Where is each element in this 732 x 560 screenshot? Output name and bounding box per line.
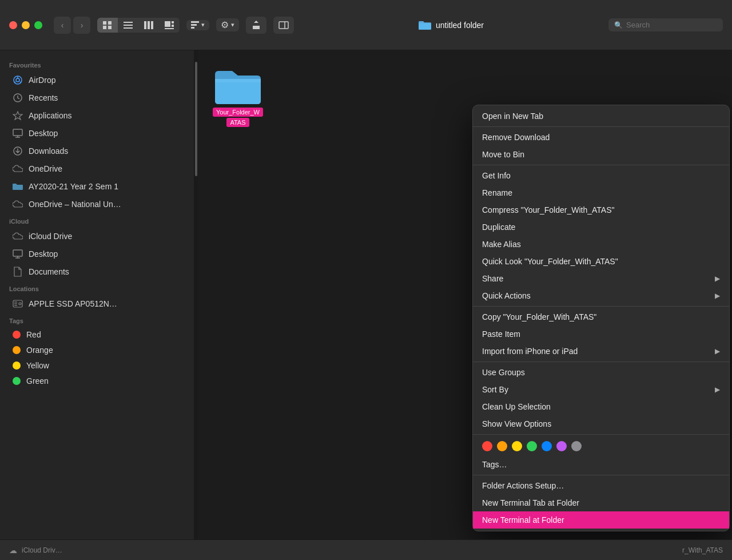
tag-color-blue[interactable] — [542, 441, 552, 451]
folder-icon-ay2020 — [13, 181, 23, 192]
svg-rect-8 — [148, 21, 150, 29]
list-view-button[interactable] — [118, 18, 138, 33]
tag-orange-dot — [13, 346, 21, 354]
share-arrow-icon: ▶ — [715, 275, 720, 283]
share-button[interactable] — [246, 17, 266, 34]
tag-color-yellow[interactable] — [512, 441, 522, 451]
sidebar-label-icloud-desktop: Desktop — [29, 249, 58, 259]
menu-item-quick-look[interactable]: Quick Look "Your_Folder_With_ATAS" — [473, 253, 729, 270]
menu-label-quick-look: Quick Look "Your_Folder_With_ATAS" — [482, 257, 618, 266]
sidebar-item-icloud-drive[interactable]: iCloud Drive — [3, 228, 190, 245]
ssd-icon — [13, 299, 23, 309]
sidebar-item-icloud-desktop[interactable]: Desktop — [3, 245, 190, 263]
tag-color-purple[interactable] — [556, 441, 567, 451]
menu-item-clean-up[interactable]: Clean Up Selection — [473, 398, 729, 415]
menu-item-copy[interactable]: Copy "Your_Folder_With_ATAS" — [473, 308, 729, 325]
sidebar-label-icloud-drive: iCloud Drive — [29, 232, 72, 241]
sidebar-item-apple-ssd[interactable]: APPLE SSD AP0512N… — [3, 295, 190, 312]
titlebar: ‹ › ▾ ⚙ — [0, 0, 732, 50]
menu-item-import-iphone[interactable]: Import from iPhone or iPad ▶ — [473, 343, 729, 360]
sidebar-item-applications[interactable]: Applications — [3, 107, 190, 124]
menu-label-open-new-tab: Open in New Tab — [482, 112, 543, 121]
tag-color-gray[interactable] — [571, 441, 582, 451]
sidebar-label-desktop: Desktop — [29, 129, 58, 138]
sidebar-label-airdrop: AirDrop — [29, 76, 55, 85]
menu-item-move-to-bin[interactable]: Move to Bin — [473, 146, 729, 163]
menu-item-open-new-tab[interactable]: Open in New Tab — [473, 108, 729, 125]
sidebar-item-documents[interactable]: Documents — [3, 263, 190, 280]
sidebar-item-airdrop[interactable]: AirDrop — [3, 72, 190, 89]
menu-label-move-to-bin: Move to Bin — [482, 150, 524, 159]
import-arrow-icon: ▶ — [715, 347, 720, 355]
column-view-button[interactable] — [138, 18, 159, 33]
minimize-button[interactable] — [22, 21, 30, 29]
svg-rect-0 — [103, 21, 106, 25]
menu-label-quick-actions: Quick Actions — [482, 291, 531, 300]
sidebar-item-onedrive[interactable]: OneDrive — [3, 160, 190, 177]
menu-item-compress[interactable]: Compress "Your_Folder_With_ATAS" — [473, 201, 729, 219]
icon-view-button[interactable] — [97, 18, 118, 33]
tag-color-red[interactable] — [482, 441, 492, 451]
sort-dropdown[interactable]: ▾ — [186, 20, 209, 30]
close-button[interactable] — [9, 21, 17, 29]
menu-label-show-view-options: Show View Options — [482, 419, 551, 428]
gallery-view-button[interactable] — [159, 18, 180, 33]
statusbar-folder-path: r_With_ATAS — [682, 546, 723, 554]
gear-dropdown[interactable]: ⚙ ▾ — [216, 18, 239, 31]
menu-item-remove-download[interactable]: Remove Download — [473, 129, 729, 146]
menu-item-new-terminal[interactable]: New Terminal at Folder — [473, 511, 729, 529]
svg-rect-2 — [103, 26, 106, 29]
forward-button[interactable]: › — [73, 17, 90, 34]
maximize-button[interactable] — [34, 21, 42, 29]
sidebar-item-downloads[interactable]: Downloads — [3, 142, 190, 160]
icloud-desktop-icon — [13, 249, 23, 259]
menu-label-make-alias: Make Alias — [482, 240, 521, 249]
menu-separator-6 — [473, 475, 729, 475]
sidebar-label-tag-orange: Orange — [26, 345, 53, 355]
menu-item-use-groups[interactable]: Use Groups — [473, 364, 729, 381]
menu-label-compress: Compress "Your_Folder_With_ATAS" — [482, 205, 614, 215]
menu-item-tags[interactable]: Tags… — [473, 456, 729, 473]
sidebar-item-tag-orange[interactable]: Orange — [3, 343, 190, 358]
sidebar-item-ay2020[interactable]: AY2020-21 Year 2 Sem 1 — [3, 178, 190, 195]
tag-color-green[interactable] — [527, 441, 537, 451]
menu-item-paste[interactable]: Paste Item — [473, 325, 729, 343]
sort-by-arrow-icon: ▶ — [715, 386, 720, 394]
svg-rect-17 — [279, 22, 288, 29]
menu-item-get-info[interactable]: Get Info — [473, 167, 729, 184]
tag-red-dot — [13, 331, 21, 339]
statusbar: ☁ iCloud Driv… r_With_ATAS — [0, 539, 732, 560]
menu-item-show-view-options[interactable]: Show View Options — [473, 415, 729, 432]
sidebar-item-tag-red[interactable]: Red — [3, 327, 190, 342]
menu-label-tags: Tags… — [482, 460, 507, 469]
menu-item-new-terminal-tab[interactable]: New Terminal Tab at Folder — [473, 494, 729, 511]
statusbar-text: iCloud Driv… — [22, 546, 62, 554]
menu-item-duplicate[interactable]: Duplicate — [473, 219, 729, 236]
back-button[interactable]: ‹ — [54, 17, 71, 34]
menu-item-share[interactable]: Share ▶ — [473, 270, 729, 287]
menu-label-duplicate: Duplicate — [482, 223, 515, 232]
menu-item-quick-actions[interactable]: Quick Actions ▶ — [473, 287, 729, 304]
tag-color-orange[interactable] — [497, 441, 507, 451]
sidebar-item-tag-yellow[interactable]: Yellow — [3, 358, 190, 373]
menu-label-use-groups: Use Groups — [482, 368, 525, 377]
search-box[interactable]: 🔍 — [608, 18, 723, 31]
sidebar-label-documents: Documents — [29, 267, 69, 276]
menu-item-sort-by[interactable]: Sort By ▶ — [473, 381, 729, 398]
sidebar-item-desktop[interactable]: Desktop — [3, 125, 190, 142]
menu-item-make-alias[interactable]: Make Alias — [473, 236, 729, 253]
menu-item-folder-actions[interactable]: Folder Actions Setup… — [473, 477, 729, 494]
preview-button[interactable] — [273, 17, 294, 34]
search-icon: 🔍 — [614, 21, 623, 29]
downloads-icon — [13, 146, 23, 156]
sidebar-item-onedrive-ntu[interactable]: OneDrive – National Un… — [3, 196, 190, 213]
menu-item-rename[interactable]: Rename — [473, 184, 729, 201]
icloud-section-label: iCloud — [0, 213, 194, 227]
onedrive-ntu-icon — [13, 199, 23, 209]
scroll-thumb[interactable] — [195, 62, 197, 176]
svg-rect-9 — [151, 21, 153, 29]
sidebar-item-recents[interactable]: Recents — [3, 89, 190, 106]
sidebar-item-tag-green[interactable]: Green — [3, 374, 190, 388]
folder-item[interactable]: Your_Folder_W ATAS — [209, 67, 266, 127]
search-input[interactable] — [626, 21, 717, 29]
